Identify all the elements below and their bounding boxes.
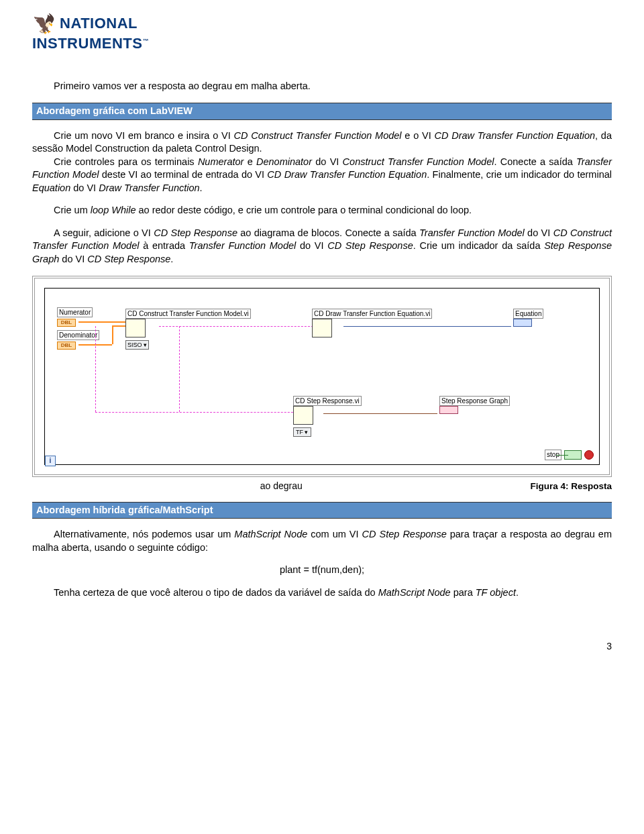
vi-icon: [293, 406, 313, 425]
ni-logo: 🦅 NATIONAL INSTRUMENTS™: [32, 13, 612, 53]
cd-construct-tf-model: CD Construct Transfer Function Model.vi …: [125, 309, 251, 350]
paragraph-2: Crie controles para os terminais Numerat…: [32, 156, 612, 195]
wire-branch-h: [95, 412, 310, 413]
numerator-control: Numerator DBL: [57, 307, 93, 327]
equation-indicator: Equation: [513, 309, 543, 329]
paragraph-5: Alternativamente, nós podemos usar um Ma…: [32, 528, 612, 554]
mathscript-code: plant = tf(num,den);: [32, 564, 612, 577]
while-loop-border: Numerator DBL Denominator DBL CD Constru…: [44, 288, 600, 465]
loop-stop-condition: stop: [545, 450, 594, 460]
stop-condition-icon: [584, 450, 594, 460]
logo-national: NATIONAL: [60, 13, 138, 34]
logo-instruments: INSTRUMENTS™: [32, 35, 149, 52]
wire-tf-model-main: [159, 326, 313, 327]
paragraph-3: Crie um loop While ao redor deste código…: [32, 204, 612, 217]
labview-block-diagram: Numerator DBL Denominator DBL CD Constru…: [32, 276, 612, 477]
tf-dropdown: TF ▾: [293, 427, 311, 437]
denominator-control: Denominator DBL: [57, 330, 99, 350]
wire-denominator-v: [112, 325, 113, 344]
cd-draw-tf-equation: CD Draw Transfer Function Equation.vi: [312, 309, 432, 340]
page-number: 3: [32, 640, 612, 653]
intro-paragraph: Primeiro vamos ver a resposta ao degrau …: [32, 80, 612, 93]
vi-icon: [125, 319, 146, 337]
wire-equation: [343, 326, 511, 327]
cd-step-response: CD Step Response.vi TF ▾: [293, 396, 362, 437]
paragraph-6: Tenha certeza de que você alterou o tipo…: [32, 586, 612, 600]
wire-branch-v1: [179, 326, 180, 412]
eagle-icon: 🦅: [32, 15, 56, 34]
siso-dropdown: SISO ▾: [125, 340, 149, 350]
section-graphical-approach: Abordagem gráfica com LabVIEW: [32, 103, 612, 120]
wire-branch-v0: [95, 326, 96, 412]
paragraph-4: A seguir, adicione o VI CD Step Response…: [32, 227, 612, 266]
vi-icon: [312, 319, 332, 337]
figure-caption: ao degrau Figura 4: Resposta: [32, 480, 612, 492]
loop-iteration-terminal: i: [45, 456, 56, 466]
wire-graph: [323, 413, 437, 414]
wire-stop: [556, 455, 568, 456]
paragraph-1: Crie um novo VI em branco e insira o VI …: [32, 129, 612, 156]
step-response-graph-indicator: Step Response Graph: [439, 396, 510, 417]
section-hybrid-approach: Abordagem híbrida gráfica/MathScript: [32, 502, 612, 519]
